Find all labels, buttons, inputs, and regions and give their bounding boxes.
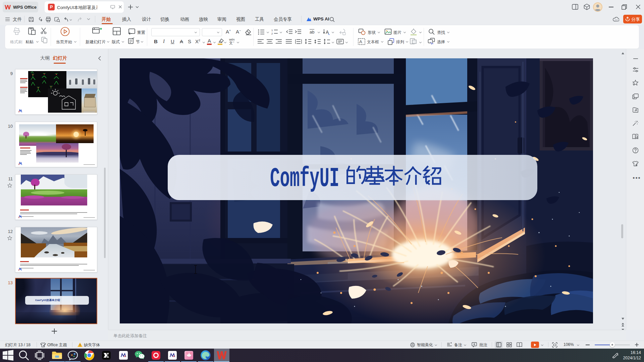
svg-text:2: 2 xyxy=(271,32,273,35)
svg-text:ComfyUI: ComfyUI xyxy=(270,163,339,194)
svg-text:1: 1 xyxy=(271,29,273,32)
svg-text:A: A xyxy=(359,39,362,44)
